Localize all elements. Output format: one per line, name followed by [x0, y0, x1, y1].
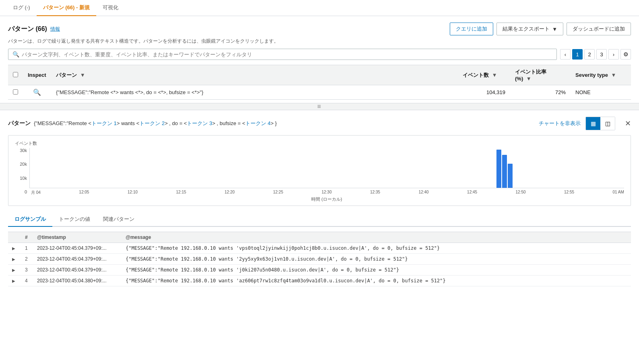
header-actions: クエリに追加 結果をエクスポート ▼ ダッシュボードに追加 [450, 23, 631, 35]
timestamp-4: 2023-12-04T00:45:04.380+09:... [33, 276, 122, 286]
tab-logs[interactable]: ログ (-) [6, 0, 37, 16]
dropdown-icon: ▼ [552, 26, 557, 32]
chart-x-labels: 月 04 12:05 12:10 12:15 12:20 12:25 12:30… [29, 188, 624, 195]
col-header-ratio: イベント比率 (%) ▼ [510, 65, 571, 85]
add-query-button[interactable]: クエリに追加 [450, 23, 493, 35]
x-label-0: 月 04 [31, 190, 41, 195]
chart-area: 30k 20k 10k 0 [15, 148, 624, 202]
expand-button-3[interactable]: ▶ [12, 268, 15, 272]
x-label-1: 12:05 [79, 190, 89, 195]
timestamp-3: 2023-12-04T00:45:04.379+09:... [33, 265, 122, 276]
sub-tab-log-samples[interactable]: ログサンプル [8, 212, 52, 227]
x-label-2: 12:10 [128, 190, 138, 195]
log-num-3: 3 [21, 265, 33, 276]
chart-bars [29, 148, 624, 188]
col-header-severity: Severity type ▼ [571, 65, 631, 85]
col-header-spacer [8, 232, 21, 243]
prev-page-button[interactable]: ‹ [560, 49, 571, 60]
search-icon: 🔍 [12, 51, 19, 58]
y-tick-20k: 20k [15, 162, 27, 167]
chart-container: イベント数 30k 20k 10k 0 [8, 135, 631, 206]
x-label-5: 12:25 [273, 190, 283, 195]
log-num-4: 4 [21, 276, 33, 286]
dashboard-button[interactable]: ダッシュボードに追加 [567, 23, 631, 35]
expand-cell-1: ▶ [8, 243, 21, 254]
sort-events-icon[interactable]: ▼ [492, 72, 497, 78]
pattern-cell: {"MESSAGE":"Remote <*> wants <*>, do = <… [51, 85, 458, 100]
tab-visualization[interactable]: 可視化 [96, 0, 125, 16]
sub-tab-related-patterns[interactable]: 関連パターン [97, 212, 141, 227]
filter-input-wrap[interactable]: 🔍 [8, 49, 557, 60]
view-toggle: ▦ ◫ [585, 117, 615, 130]
chart-bar-mid [502, 155, 507, 188]
token-2-link[interactable]: トークン 2 [139, 120, 165, 126]
description-text: パターンは、ログで繰り返し発生する共有テキスト構造です。パターンを分析するには、… [8, 38, 631, 45]
sub-tab-token-values[interactable]: トークンの値 [52, 212, 97, 227]
sub-tabs: ログサンプル トークンの値 関連パターン [8, 212, 631, 227]
app-container: ログ (-) パターン (66) - 新規 可視化 パターン (66) 情報 ク… [0, 0, 639, 293]
row-checkbox[interactable] [13, 89, 18, 95]
ratio-cell: 72% [510, 85, 571, 100]
x-label-9: 12:45 [467, 190, 477, 195]
message-2: {"MESSAGE":"Remote 192.168.0.10 wants '2… [122, 254, 631, 265]
table-view-button[interactable]: ▦ [586, 117, 600, 130]
severity-cell: NONE [571, 85, 631, 100]
page-2-button[interactable]: 2 [584, 49, 595, 60]
expand-cell-3: ▶ [8, 265, 21, 276]
bottom-panel: パターン {"MESSAGE":"Remote <トークン 1> wants <… [0, 110, 639, 293]
message-4: {"MESSAGE":"Remote 192.168.0.10 wants 'a… [122, 276, 631, 286]
log-row-4: ▶ 4 2023-12-04T00:45:04.380+09:... {"MES… [8, 276, 631, 286]
close-panel-button[interactable]: ✕ [625, 119, 631, 128]
pattern-value: {"MESSAGE":"Remote <トークン 1> wants <トークン … [34, 120, 277, 127]
page-title: パターン (66) [8, 25, 47, 33]
x-label-6: 12:30 [322, 190, 332, 195]
token-3-link[interactable]: トークン 3 [187, 120, 212, 126]
expand-button-4[interactable]: ▶ [12, 279, 15, 283]
split-view-button[interactable]: ◫ [600, 117, 615, 130]
hide-chart-button[interactable]: チャートを非表示 [539, 120, 581, 127]
y-tick-0: 0 [15, 189, 27, 194]
divider-handle[interactable]: ≡ [0, 103, 639, 110]
timestamp-2: 2023-12-04T00:45:04.379+09:... [33, 254, 122, 265]
filter-input[interactable] [22, 51, 552, 58]
page-3-button[interactable]: 3 [596, 49, 607, 60]
col-header-num: # [21, 232, 33, 243]
col-header-message: @message [122, 232, 631, 243]
next-page-button[interactable]: › [608, 49, 619, 60]
message-3: {"MESSAGE":"Remote 192.168.0.10 wants 'j… [122, 265, 631, 276]
token-4-link[interactable]: トークン 4 [245, 120, 271, 126]
bottom-panel-top-row: パターン {"MESSAGE":"Remote <トークン 1> wants <… [8, 117, 631, 130]
expand-button-2[interactable]: ▶ [12, 257, 15, 261]
inspect-cell: 🔍 [23, 85, 51, 100]
filter-bar: 🔍 ‹ 1 2 3 › ⚙ [8, 49, 631, 60]
inspect-icon[interactable]: 🔍 [33, 89, 41, 96]
pagination-bar: ‹ 1 2 3 › ⚙ [560, 49, 631, 60]
chart-y-label: イベント数 [15, 140, 624, 146]
chart-y-axis: 30k 20k 10k 0 [15, 148, 29, 202]
expand-button-1[interactable]: ▶ [12, 246, 15, 251]
info-link[interactable]: 情報 [50, 26, 60, 33]
x-label-10: 12:50 [516, 190, 526, 195]
sort-severity-icon[interactable]: ▼ [611, 72, 616, 78]
page-1-button[interactable]: 1 [572, 49, 583, 60]
token-1-link[interactable]: トークン 1 [91, 120, 117, 126]
select-all-checkbox[interactable] [13, 72, 18, 77]
sort-ratio-icon[interactable]: ▼ [526, 76, 531, 82]
col-header-pattern: パターン ▼ [51, 65, 458, 85]
y-tick-10k: 10k [15, 176, 27, 181]
sort-pattern-icon[interactable]: ▼ [80, 72, 85, 78]
chart-bar-short [508, 164, 513, 188]
log-num-1: 1 [21, 243, 33, 254]
log-row-3: ▶ 3 2023-12-04T00:45:04.379+09:... {"MES… [8, 265, 631, 276]
col-header-timestamp: @timestamp [33, 232, 122, 243]
x-label-4: 12:20 [225, 190, 235, 195]
log-row-2: ▶ 2 2023-12-04T00:45:04.379+09:... {"MES… [8, 254, 631, 265]
row-checkbox-cell [8, 85, 23, 100]
export-button[interactable]: 結果をエクスポート ▼ [496, 23, 563, 35]
events-cell: 104,319 [458, 85, 510, 100]
settings-button[interactable]: ⚙ [620, 49, 631, 60]
x-label-8: 12:40 [419, 190, 429, 195]
tab-patterns[interactable]: パターン (66) - 新規 [37, 0, 96, 16]
y-tick-30k: 30k [15, 148, 27, 153]
log-num-2: 2 [21, 254, 33, 265]
